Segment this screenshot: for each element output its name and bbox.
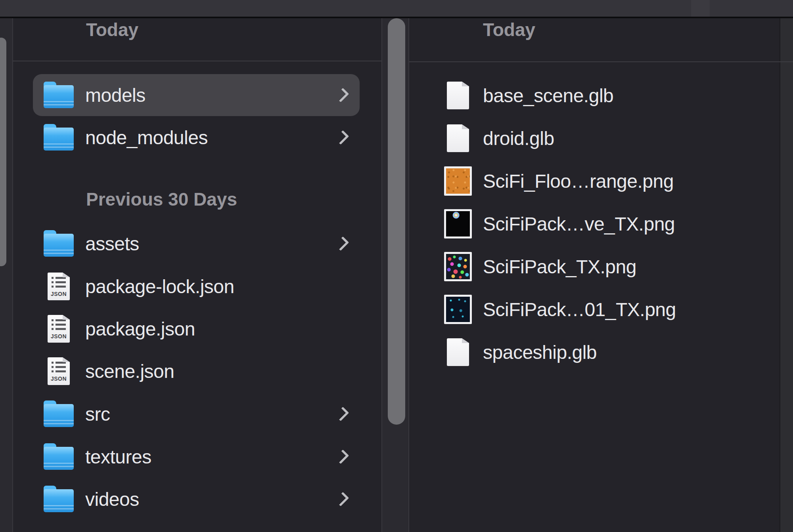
json-file-icon: JSON [44, 265, 74, 307]
file-name: spaceship.glb [483, 331, 597, 374]
image-thumbnail-black [444, 202, 472, 245]
image-thumbnail-orange [444, 160, 472, 202]
finder-column-left: Today models node_modules Previous 30 Da… [14, 18, 381, 532]
folder-icon [44, 478, 74, 520]
file-row-scifipack-tx-png[interactable]: SciFiPack_TX.png [409, 245, 780, 288]
file-row-videos[interactable]: videos [33, 478, 360, 520]
file-row-scene-json[interactable]: JSON scene.json [33, 350, 360, 392]
chevron-right-icon [337, 87, 349, 103]
file-name: assets [85, 223, 139, 265]
file-name: src [85, 393, 110, 435]
file-name: SciFiPack_TX.png [483, 245, 636, 288]
right-edge-strip [780, 18, 793, 532]
file-row-textures[interactable]: textures [33, 436, 360, 478]
window-toolbar [0, 0, 793, 18]
file-row-package-json[interactable]: JSON package.json [33, 308, 360, 350]
file-row-scifipack-ve-tx-png[interactable]: SciFiPack…ve_TX.png [409, 202, 780, 245]
generic-file-icon [444, 74, 472, 117]
finder-column-right: Today base_scene.glb droid.glb SciFi_Flo… [409, 18, 780, 532]
file-row-src[interactable]: src [33, 393, 360, 435]
section-header-previous-30-days: Previous 30 Days [86, 189, 237, 210]
scrollbar-track-left[interactable] [0, 18, 13, 532]
file-name: package.json [85, 308, 195, 350]
file-row-models[interactable]: models [33, 74, 360, 116]
folder-icon [44, 393, 74, 435]
file-name: package-lock.json [85, 265, 234, 307]
file-row-package-lock-json[interactable]: JSON package-lock.json [33, 265, 360, 307]
chevron-right-icon [337, 491, 349, 507]
file-name: SciFiPack…ve_TX.png [483, 202, 675, 245]
finder-window: Today models node_modules Previous 30 Da… [0, 0, 793, 532]
chevron-right-icon [337, 236, 349, 252]
file-name: droid.glb [483, 117, 554, 160]
generic-file-icon [444, 331, 472, 374]
scrollbar-track-middle[interactable] [381, 18, 409, 532]
file-row-spaceship-glb[interactable]: spaceship.glb [409, 331, 780, 374]
scrollbar-thumb-middle[interactable] [388, 18, 405, 425]
json-file-icon: JSON [44, 350, 74, 392]
file-name: scene.json [85, 350, 174, 392]
file-row-base-scene-glb[interactable]: base_scene.glb [409, 74, 780, 117]
folder-icon [44, 74, 74, 116]
file-row-droid-glb[interactable]: droid.glb [409, 117, 780, 160]
file-row-node-modules[interactable]: node_modules [33, 116, 360, 158]
file-name: SciFiPack…01_TX.png [483, 288, 676, 331]
image-thumbnail-confetti [444, 245, 472, 288]
generic-file-icon [444, 117, 472, 160]
section-separator [13, 61, 381, 61]
file-name: models [85, 74, 146, 116]
section-separator [409, 61, 793, 62]
folder-icon [44, 116, 74, 158]
file-name: videos [85, 478, 139, 520]
section-header-today: Today [483, 18, 535, 41]
file-row-scifi-floor-orange-png[interactable]: SciFi_Floo…range.png [409, 160, 780, 202]
file-name: node_modules [85, 116, 208, 158]
chevron-right-icon [337, 130, 349, 145]
scrollbar-thumb-left[interactable] [0, 38, 6, 266]
file-name: base_scene.glb [483, 74, 613, 117]
file-name: SciFi_Floo…range.png [483, 160, 674, 202]
folder-icon [44, 436, 74, 478]
file-row-scifipack-01-tx-png[interactable]: SciFiPack…01_TX.png [409, 288, 780, 331]
json-file-icon: JSON [44, 308, 74, 350]
section-header-today: Today [86, 18, 138, 41]
chevron-right-icon [337, 406, 349, 422]
chevron-right-icon [337, 449, 349, 465]
file-row-assets[interactable]: assets [33, 223, 360, 265]
image-thumbnail-dark-blue [444, 288, 472, 331]
folder-icon [44, 223, 74, 265]
file-name: textures [85, 436, 151, 478]
